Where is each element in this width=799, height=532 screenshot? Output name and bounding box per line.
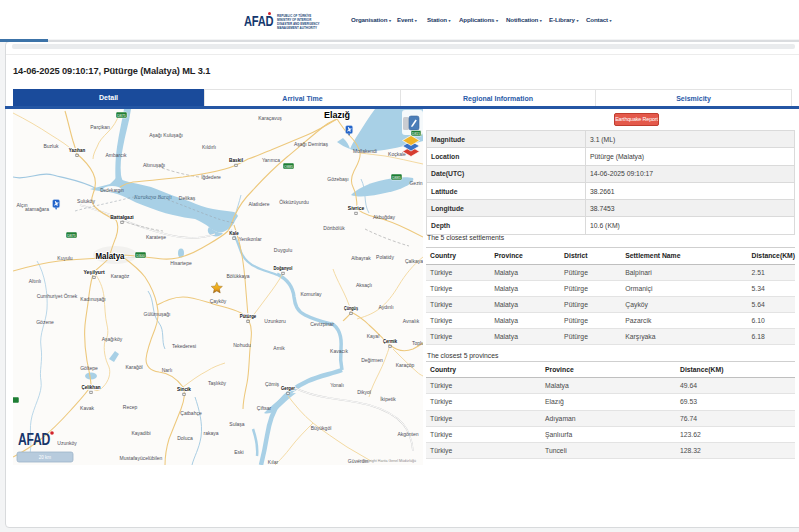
svg-text:Gözene: Gözene [36,319,54,325]
svg-text:Elazığ: Elazığ [324,109,350,120]
svg-text:Eski: Eski [234,449,243,455]
svg-text:Uzunköy: Uzunköy [57,440,77,446]
svg-text:Kavacık: Kavacık [330,348,348,354]
svg-text:D875: D875 [67,234,76,238]
svg-text:Çalkaya: Çalkaya [405,258,423,264]
svg-text:Çayköy: Çayköy [210,298,227,304]
svg-text:Nohudu: Nohudu [233,342,251,348]
svg-text:Çermik: Çermik [383,338,398,344]
svg-text:Bölükkaya: Bölükkaya [226,273,249,279]
svg-text:Aşağıköy: Aşağıköy [102,336,123,342]
svg-text:Suluköy: Suluköy [77,198,95,204]
svg-text:Yeşilyurt: Yeşilyurt [83,269,104,275]
svg-text:Gezin: Gezin [409,180,422,186]
svg-text:Kıldırlı: Kıldırlı [202,144,216,150]
svg-text:Battalgazi: Battalgazi [110,214,134,220]
svg-text:Büyükgöl: Büyükgöl [311,425,332,431]
svg-text:rakaya: rakaya [203,430,218,436]
svg-text:Karagöz: Karagöz [111,273,130,279]
svg-text:Toplu: Toplu [412,340,423,346]
svg-text:Kayal: Kayal [367,333,380,339]
svg-text:Altınuşağı: Altınuşağı [143,162,165,168]
svg-text:Çömiş: Çömiş [265,381,280,387]
svg-text:Karağöl: Karağöl [125,364,142,370]
svg-text:Uzunkoru: Uzunkoru [264,318,286,324]
svg-text:Mollakendi: Mollakendi [353,148,377,154]
svg-text:Parçikan: Parçikan [90,124,110,130]
svg-text:D300: D300 [136,254,145,258]
svg-text:İğdedere: İğdedere [201,174,221,180]
svg-text:Çatbahçe: Çatbahçe [180,410,202,416]
svg-text:Hisartepe: Hisartepe [170,260,192,266]
svg-text:Sulaşa: Sulaşa [229,421,245,427]
svg-text:Tekederesi: Tekederesi [172,343,196,349]
svg-text:Malatya: Malatya [96,250,126,261]
svg-text:Cumhuriyet Örnek: Cumhuriyet Örnek [37,293,78,299]
svg-text:Gerger: Gerger [281,385,296,391]
svg-text:Baskil: Baskil [229,157,243,163]
svg-text:Cevizpinar: Cevizpinar [310,321,334,327]
svg-text:Yazıhan: Yazıhan [69,147,86,153]
svg-text:Duygulu: Duygulu [274,247,293,253]
svg-text:Doluca: Doluca [177,435,193,441]
svg-text:Mustafayücelübilen: Mustafayücelübilen [120,455,163,461]
svg-text:Karakaya Barajı: Karakaya Barajı [133,194,172,200]
svg-text:Sincik: Sincik [177,386,192,392]
svg-text:Arnik: Arnik [273,345,285,351]
svg-text:Kuyulu: Kuyulu [57,255,73,261]
svg-text:Göltepe: Göltepe [80,365,98,371]
svg-text:Recep: Recep [123,404,138,410]
svg-text:Aksaçlı: Aksaçlı [356,282,372,288]
svg-text:Altınlı: Altınlı [29,278,42,284]
svg-text:Çüngüş: Çüngüş [344,305,359,311]
svg-text:Akgönten: Akgönten [397,431,418,437]
svg-text:Yonalı: Yonalı [330,382,344,388]
svg-text:© Copyright Harita Genel Müdür: © Copyright Harita Genel Müdürlüğü [358,459,416,463]
svg-text:D815: D815 [412,132,420,136]
svg-text:Sivrice: Sivrice [348,205,365,211]
svg-text:Dedekargın: Dedekargın [100,188,124,193]
svg-text:Karateşe: Karateşe [146,234,166,240]
svg-text:Dörtbölük: Dörtbölük [323,225,345,231]
svg-text:Değirmen: Değirmen [361,357,383,363]
svg-text:Kavak: Kavak [80,405,94,411]
svg-text:Karaçöp: Karaçöp [396,362,415,368]
svg-text:Narlı: Narlı [162,367,173,373]
svg-text:Kılar: Kılar [268,459,279,465]
svg-text:D875: D875 [117,114,126,118]
svg-text:Delikaş: Delikaş [179,195,196,201]
svg-text:Alatlıdere: Alatlıdere [248,201,269,207]
svg-text:Aşağı Demirtaş: Aşağı Demirtaş [294,141,329,147]
svg-text:Çiftsar: Çiftsar [257,405,272,411]
svg-text:D885: D885 [392,176,401,180]
svg-text:Yarımca: Yarımca [262,157,280,163]
svg-text:AFAD: AFAD [18,430,50,448]
svg-text:Karaçavuş: Karaçavuş [258,115,282,121]
svg-text:Çelikhan: Çelikhan [82,384,101,390]
svg-text:Gülümuşağı: Gülümuşağı [144,311,171,317]
svg-text:Avnalık: Avnalık [403,318,420,324]
svg-text:Pütürge: Pütürge [240,313,257,319]
svg-text:Ökküzüyurdu: Ökküzüyurdu [279,199,309,205]
svg-text:İkipetik: İkipetik [380,396,396,402]
svg-text:Alçın: Alçın [16,202,27,208]
svg-text:Aydınlı: Aydınlı [378,304,393,310]
svg-text:Aşağı Kuluşağı: Aşağı Kuluşağı [149,132,183,138]
svg-text:Kadınuşağı: Kadınuşağı [80,296,105,302]
svg-text:Yenikonlar: Yenikonlar [238,236,262,242]
svg-text:Dikyol: Dikyol [357,389,371,395]
svg-text:Albayrak: Albayrak [351,255,371,261]
svg-text:Taşlıköy: Taşlıköy [208,380,227,386]
svg-text:Komurlay: Komurlay [300,291,322,297]
svg-text:atamağara: atamağara [25,206,49,212]
svg-text:Ambarcık: Ambarcık [105,152,127,158]
svg-text:Kayadibi: Kayadibi [131,430,150,436]
svg-text:Polatidy: Polatidy [376,254,394,260]
svg-text:Akbuğday: Akbuğday [373,214,396,220]
svg-text:Buzluk: Buzluk [43,143,59,149]
svg-text:O885: O885 [284,165,293,169]
svg-text:Doğanyol: Doğanyol [274,265,293,271]
svg-text:Gözebaşı: Gözebaşı [327,176,348,182]
svg-text:20 km: 20 km [39,455,52,460]
